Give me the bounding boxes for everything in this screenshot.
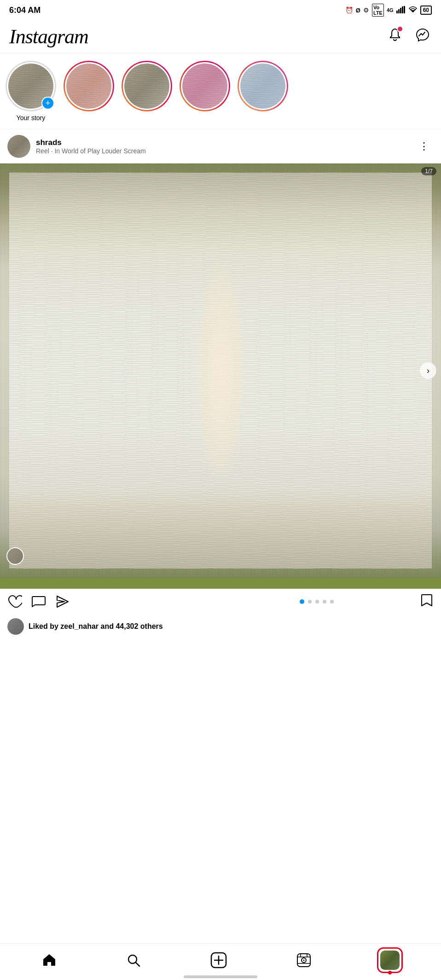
post-user-info: shrads Reel · In World of Play Louder Sc… xyxy=(36,138,415,155)
wifi-icon xyxy=(408,6,418,15)
post-username[interactable]: shrads xyxy=(36,138,415,147)
dot-1 xyxy=(300,599,304,604)
status-time: 6:04 AM xyxy=(9,6,41,15)
dot-4 xyxy=(323,600,326,603)
your-story-item[interactable]: + Your story xyxy=(6,61,56,122)
nav-profile-button[interactable] xyxy=(377,947,403,973)
add-story-badge: + xyxy=(41,97,54,110)
svg-rect-3 xyxy=(402,6,403,13)
post-header: shrads Reel · In World of Play Louder Sc… xyxy=(0,129,441,163)
data-saver-icon: Ø xyxy=(356,7,360,14)
liked-by-username[interactable]: zeel_nahar xyxy=(60,622,99,630)
post-more-button[interactable]: ⋮ xyxy=(415,139,434,154)
dot-5 xyxy=(330,600,334,603)
story-item-5[interactable] xyxy=(238,61,288,122)
dot-3 xyxy=(315,600,319,603)
svg-rect-0 xyxy=(396,11,398,13)
status-bar: 6:04 AM ⏰ Ø ⚙ VoLTE 4G 60 xyxy=(0,0,441,20)
your-story-avatar-wrap: + xyxy=(6,61,56,111)
comment-button[interactable] xyxy=(28,592,50,611)
post-subtitle: Reel · In World of Play Louder Scream xyxy=(36,147,415,155)
post-next-arrow[interactable]: › xyxy=(420,362,436,379)
notification-badge xyxy=(397,26,403,32)
story-item-4[interactable] xyxy=(180,61,230,122)
header-actions xyxy=(386,26,432,47)
svg-rect-2 xyxy=(400,8,401,13)
svg-rect-1 xyxy=(398,9,400,13)
nav-search-button[interactable] xyxy=(122,949,145,971)
volte-icon: VoLTE xyxy=(372,4,384,17)
post-avatar[interactable] xyxy=(7,135,30,158)
instagram-logo: Instagram xyxy=(9,25,88,48)
story-item-2[interactable] xyxy=(64,61,114,122)
svg-rect-4 xyxy=(404,6,405,13)
status-right-icons: ⏰ Ø ⚙ VoLTE 4G 60 xyxy=(345,4,432,17)
svg-point-12 xyxy=(303,959,304,961)
post-likes: Liked by zeel_nahar and 44,302 others xyxy=(0,616,441,638)
likes-avatar[interactable] xyxy=(7,618,24,635)
nav-reels-button[interactable] xyxy=(293,949,315,971)
home-indicator xyxy=(184,975,257,978)
post-dots xyxy=(300,599,334,604)
alarm-icon: ⏰ xyxy=(345,6,353,14)
actions-right xyxy=(420,593,434,610)
bottom-nav xyxy=(0,943,441,980)
share-button[interactable] xyxy=(52,592,74,611)
likes-text: Liked by zeel_nahar and 44,302 others xyxy=(29,622,163,631)
post-actions xyxy=(0,589,441,616)
bookmark-button[interactable] xyxy=(420,593,434,610)
post-bottom-avatar xyxy=(6,547,24,565)
profile-nav-dot xyxy=(388,971,392,974)
notifications-button[interactable] xyxy=(386,26,404,47)
nav-home-button[interactable] xyxy=(38,949,60,971)
post-image-inner-frame xyxy=(9,173,432,568)
story-item-3[interactable] xyxy=(122,61,172,122)
dot-2 xyxy=(308,600,312,603)
actions-center xyxy=(214,599,420,604)
svg-line-6 xyxy=(136,963,139,966)
4g-icon: 4G xyxy=(387,7,394,13)
your-story-label: Your story xyxy=(17,114,46,122)
post-image-container: 1/7 ‹ › xyxy=(0,163,441,589)
like-count[interactable]: 44,302 others xyxy=(116,622,162,630)
settings-icon: ⚙ xyxy=(363,6,369,14)
page-indicator: 1/7 xyxy=(421,167,436,175)
nav-add-button[interactable] xyxy=(207,948,231,972)
actions-left xyxy=(7,592,214,611)
nav-profile-avatar xyxy=(380,951,400,970)
app-header: Instagram xyxy=(0,20,441,53)
post-green-bar xyxy=(0,578,441,589)
signal-icon xyxy=(396,6,406,15)
post-image: 1/7 ‹ › xyxy=(0,163,441,578)
battery-icon: 60 xyxy=(420,6,432,15)
messenger-button[interactable] xyxy=(413,26,432,47)
like-button[interactable] xyxy=(7,592,26,611)
stories-row: + Your story xyxy=(0,53,441,129)
